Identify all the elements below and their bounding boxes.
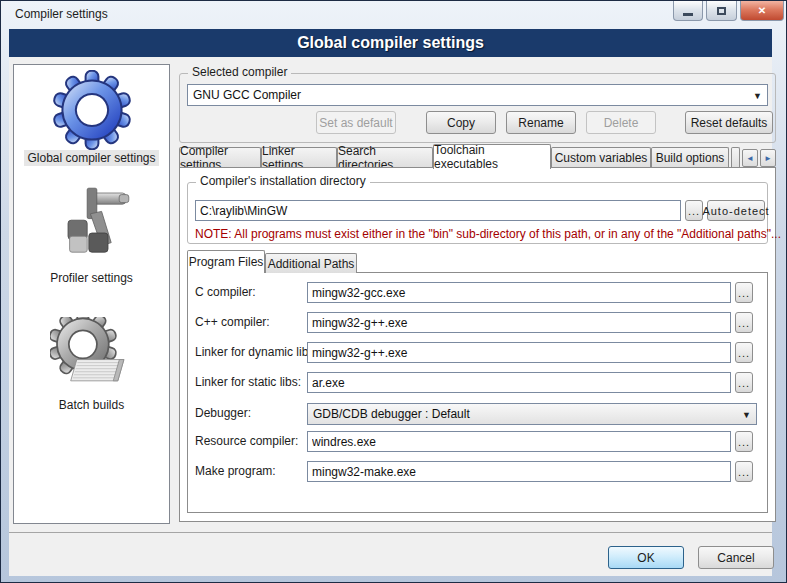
maximize-icon bbox=[717, 7, 726, 15]
install-dir-group-label: Compiler's installation directory bbox=[196, 174, 370, 188]
sidebar-label-batch-builds: Batch builds bbox=[56, 397, 127, 413]
page-title: Global compiler settings bbox=[9, 29, 772, 57]
tab-search-directories[interactable]: Search directories bbox=[337, 147, 433, 168]
selected-compiler-combo[interactable]: GNU GCC Compiler ▼ bbox=[187, 84, 768, 106]
dynamic-linker-label: Linker for dynamic libs: bbox=[195, 345, 318, 359]
dynamic-linker-browse-button[interactable]: ... bbox=[735, 342, 753, 363]
static-linker-browse-button[interactable]: ... bbox=[735, 372, 753, 393]
install-dir-browse-button[interactable]: ... bbox=[685, 200, 703, 221]
make-program-browse-button[interactable]: ... bbox=[735, 461, 753, 482]
debugger-label: Debugger: bbox=[195, 406, 251, 420]
install-dir-input[interactable] bbox=[195, 200, 681, 221]
subtab-additional-paths[interactable]: Additional Paths bbox=[265, 253, 357, 273]
delete-button[interactable]: Delete bbox=[586, 111, 656, 134]
resource-compiler-browse-button[interactable]: ... bbox=[735, 431, 753, 452]
set-as-default-button[interactable]: Set as default bbox=[316, 111, 396, 134]
tab-custom-variables[interactable]: Custom variables bbox=[551, 147, 651, 168]
footer-separator bbox=[9, 532, 772, 533]
autodetect-button[interactable]: Auto-detect bbox=[707, 200, 765, 221]
c-compiler-label: C compiler: bbox=[195, 285, 256, 299]
tab-toolchain-executables[interactable]: Toolchain executables bbox=[433, 144, 551, 169]
sidebar-item-profiler-settings[interactable] bbox=[14, 185, 169, 265]
c-compiler-browse-button[interactable]: ... bbox=[735, 282, 753, 303]
ok-button[interactable]: OK bbox=[608, 546, 684, 569]
debugger-combo[interactable]: GDB/CDB debugger : Default ▼ bbox=[307, 403, 757, 425]
bin-subdirectory-note: NOTE: All programs must exist either in … bbox=[195, 227, 781, 241]
reset-defaults-button[interactable]: Reset defaults bbox=[685, 111, 773, 134]
sidebar-item-global-compiler-settings-label[interactable]: Global compiler settings bbox=[14, 150, 169, 166]
close-button[interactable]: ✕ bbox=[740, 1, 784, 21]
make-program-label: Make program: bbox=[195, 464, 276, 478]
resource-compiler-label: Resource compiler: bbox=[195, 434, 298, 448]
compiler-settings-window: Compiler settings ✕ Global compiler sett… bbox=[0, 0, 787, 583]
cancel-button[interactable]: Cancel bbox=[698, 546, 774, 569]
static-linker-label: Linker for static libs: bbox=[195, 375, 301, 389]
tab-build-options[interactable]: Build options bbox=[651, 147, 729, 168]
sidebar-item-batch-builds[interactable] bbox=[14, 317, 169, 393]
c-compiler-input[interactable] bbox=[307, 282, 731, 303]
rename-button[interactable]: Rename bbox=[506, 111, 576, 134]
arrow-left-icon: ◄ bbox=[746, 154, 754, 163]
tab-scroll-right-button[interactable]: ► bbox=[760, 149, 776, 167]
sidebar-label-global-compiler-settings: Global compiler settings bbox=[24, 150, 158, 166]
cpp-compiler-input[interactable] bbox=[307, 312, 731, 333]
blue-gear-icon bbox=[50, 70, 134, 150]
sidebar-item-profiler-settings-label[interactable]: Profiler settings bbox=[14, 270, 169, 286]
make-program-input[interactable] bbox=[307, 461, 731, 482]
selected-compiler-group-label: Selected compiler bbox=[188, 65, 291, 79]
static-linker-input[interactable] bbox=[307, 372, 731, 393]
minimize-icon bbox=[683, 13, 693, 16]
sidebar-item-global-compiler-settings[interactable] bbox=[14, 70, 169, 150]
maximize-button[interactable] bbox=[706, 1, 737, 21]
tab-compiler-settings[interactable]: Compiler settings bbox=[179, 147, 261, 168]
chevron-down-icon: ▼ bbox=[742, 410, 751, 420]
minimize-button[interactable] bbox=[673, 1, 703, 21]
subtab-program-files[interactable]: Program Files bbox=[187, 250, 265, 273]
tab-linker-settings[interactable]: Linker settings bbox=[261, 147, 337, 168]
gray-gear-stack-icon bbox=[50, 317, 134, 393]
cpp-compiler-label: C++ compiler: bbox=[195, 315, 270, 329]
cpp-compiler-browse-button[interactable]: ... bbox=[735, 312, 753, 333]
dynamic-linker-input[interactable] bbox=[307, 342, 731, 363]
caliper-icon bbox=[50, 185, 134, 265]
debugger-value: GDB/CDB debugger : Default bbox=[313, 407, 470, 421]
sidebar-label-profiler-settings: Profiler settings bbox=[47, 270, 136, 286]
close-icon: ✕ bbox=[758, 5, 766, 16]
copy-button[interactable]: Copy bbox=[426, 111, 496, 134]
arrow-right-icon: ► bbox=[764, 154, 772, 163]
settings-category-list: Global compiler settings Profiler settin… bbox=[13, 64, 170, 524]
window-title: Compiler settings bbox=[15, 7, 108, 21]
tab-scroll-left-button[interactable]: ◄ bbox=[742, 149, 758, 167]
sidebar-item-batch-builds-label[interactable]: Batch builds bbox=[14, 397, 169, 413]
selected-compiler-value: GNU GCC Compiler bbox=[193, 88, 301, 102]
tab-partial[interactable] bbox=[731, 147, 740, 168]
resource-compiler-input[interactable] bbox=[307, 431, 731, 452]
chevron-down-icon: ▼ bbox=[753, 91, 762, 101]
